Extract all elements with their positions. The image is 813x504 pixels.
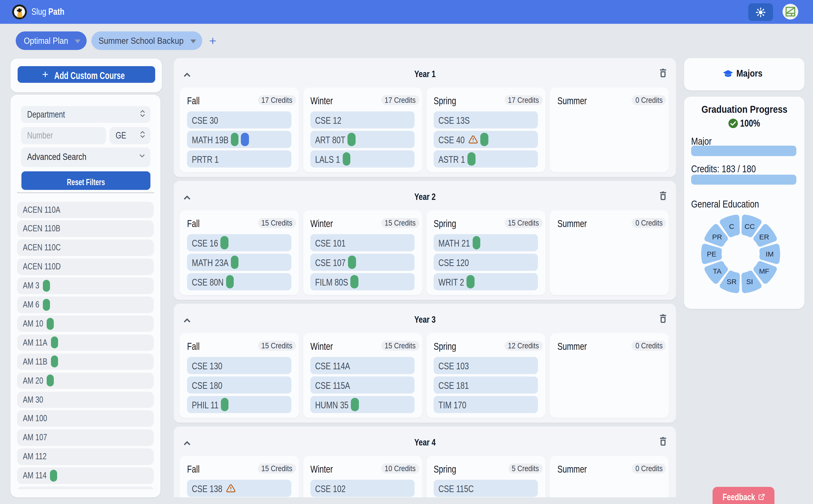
svg-text:SI: SI [746, 277, 753, 285]
svg-text:PR: PR [712, 233, 722, 241]
svg-text:IM: IM [766, 250, 773, 258]
svg-text:SR: SR [727, 277, 737, 285]
svg-text:PE: PE [707, 250, 716, 258]
svg-text:TA: TA [713, 267, 721, 275]
svg-text:ER: ER [759, 233, 769, 241]
svg-text:CC: CC [744, 222, 755, 230]
svg-text:MF: MF [759, 267, 769, 275]
svg-text:C: C [729, 222, 734, 230]
